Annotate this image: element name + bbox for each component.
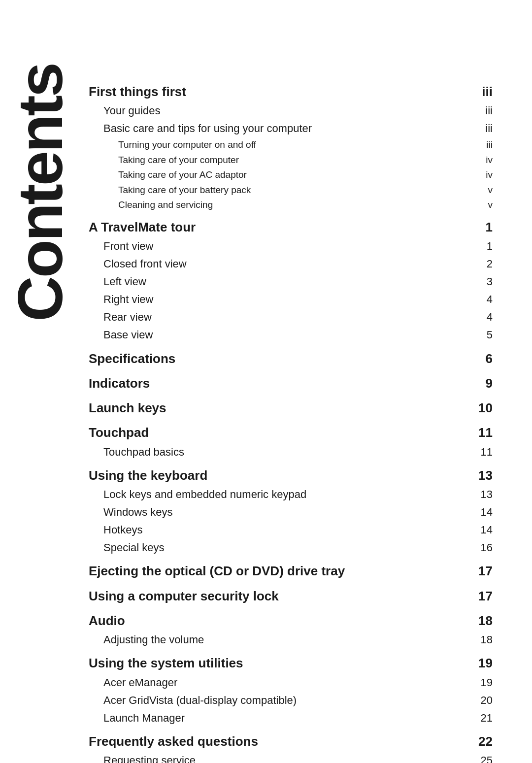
- toc-page-faq: 22: [473, 731, 493, 751]
- toc-title-base-view: Base view: [89, 327, 473, 343]
- toc-entry-hotkeys[interactable]: Hotkeys14: [89, 521, 493, 538]
- toc-entry-adjusting-volume[interactable]: Adjusting the volume18: [89, 630, 493, 648]
- toc-page-audio: 18: [473, 611, 493, 630]
- toc-page-first-things-first: iii: [473, 82, 493, 101]
- toc-title-acer-gridvista: Acer GridVista (dual-display compatible): [89, 692, 473, 709]
- toc-page-basic-care: iii: [473, 120, 493, 137]
- toc-entry-closed-front-view[interactable]: Closed front view2: [89, 255, 493, 272]
- toc-entry-base-view[interactable]: Base view5: [89, 326, 493, 343]
- toc-title-cleaning-servicing: Cleaning and servicing: [89, 198, 473, 212]
- toc-title-turning-on-off: Turning your computer on and off: [89, 137, 473, 152]
- toc-title-hotkeys: Hotkeys: [89, 522, 473, 538]
- toc-entry-basic-care[interactable]: Basic care and tips for using your compu…: [89, 119, 493, 137]
- toc-page-travelmate-tour: 1: [473, 217, 493, 237]
- toc-title-your-guides: Your guides: [89, 102, 473, 119]
- toc-entry-indicators[interactable]: Indicators9: [89, 370, 493, 393]
- toc-title-audio: Audio: [89, 611, 473, 630]
- toc-page-security-lock: 17: [473, 586, 493, 606]
- toc-entry-faq[interactable]: Frequently asked questions22: [89, 729, 493, 751]
- toc-title-lock-keys: Lock keys and embedded numeric keypad: [89, 486, 473, 503]
- toc-entry-ejecting-optical[interactable]: Ejecting the optical (CD or DVD) drive t…: [89, 558, 493, 581]
- toc-page-taking-care-computer: iv: [473, 153, 493, 167]
- toc-page-specifications: 6: [473, 349, 493, 368]
- toc-title-ejecting-optical: Ejecting the optical (CD or DVD) drive t…: [89, 561, 473, 581]
- toc-title-front-view: Front view: [89, 238, 473, 255]
- toc-entry-touchpad-basics[interactable]: Touchpad basics11: [89, 443, 493, 461]
- toc-entry-launch-manager[interactable]: Launch Manager21: [89, 709, 493, 727]
- toc-title-special-keys: Special keys: [89, 539, 473, 556]
- toc-title-specifications: Specifications: [89, 349, 473, 368]
- toc-page-indicators: 9: [473, 373, 493, 393]
- toc-page-taking-care-battery: v: [473, 183, 493, 197]
- toc-title-system-utilities: Using the system utilities: [89, 653, 473, 673]
- toc-entry-using-keyboard[interactable]: Using the keyboard13: [89, 463, 493, 485]
- contents-sidebar-label: Contents: [9, 64, 72, 322]
- toc-title-right-view: Right view: [89, 291, 473, 308]
- toc-page-base-view: 5: [473, 327, 493, 343]
- toc-page-acer-emanager: 19: [473, 674, 493, 691]
- toc-title-taking-care-ac: Taking care of your AC adaptor: [89, 167, 473, 182]
- toc-entry-special-keys[interactable]: Special keys16: [89, 538, 493, 556]
- toc-title-first-things-first: First things first: [89, 82, 473, 101]
- toc-entry-cleaning-servicing[interactable]: Cleaning and servicingv: [89, 197, 493, 212]
- toc-entry-right-view[interactable]: Right view4: [89, 290, 493, 308]
- toc-title-touchpad-basics: Touchpad basics: [89, 444, 473, 461]
- toc-page-hotkeys: 14: [473, 522, 493, 538]
- toc-page-ejecting-optical: 17: [473, 561, 493, 581]
- toc-entry-turning-on-off[interactable]: Turning your computer on and offiii: [89, 137, 493, 152]
- toc-entry-left-view[interactable]: Left view3: [89, 272, 493, 290]
- toc-page-launch-manager: 21: [473, 710, 493, 727]
- toc-page-launch-keys: 10: [473, 398, 493, 418]
- toc-entry-taking-care-battery[interactable]: Taking care of your battery packv: [89, 182, 493, 197]
- toc-title-closed-front-view: Closed front view: [89, 256, 473, 272]
- toc-page-special-keys: 16: [473, 539, 493, 556]
- toc-entry-system-utilities[interactable]: Using the system utilities19: [89, 650, 493, 673]
- toc-title-travelmate-tour: A TravelMate tour: [89, 217, 473, 237]
- toc-page-adjusting-volume: 18: [473, 631, 493, 648]
- toc-title-launch-keys: Launch keys: [89, 398, 473, 418]
- toc-entry-requesting-service[interactable]: Requesting service25: [89, 751, 493, 763]
- toc-title-using-keyboard: Using the keyboard: [89, 465, 473, 485]
- toc-title-basic-care: Basic care and tips for using your compu…: [89, 120, 473, 137]
- toc-page-your-guides: iii: [473, 102, 493, 119]
- toc-page-taking-care-ac: iv: [473, 167, 493, 182]
- toc-page-right-view: 4: [473, 291, 493, 308]
- toc-title-taking-care-computer: Taking care of your computer: [89, 153, 473, 167]
- toc-title-adjusting-volume: Adjusting the volume: [89, 631, 473, 648]
- toc-entry-acer-gridvista[interactable]: Acer GridVista (dual-display compatible)…: [89, 691, 493, 709]
- toc-entry-touchpad[interactable]: Touchpad11: [89, 420, 493, 442]
- toc-title-taking-care-battery: Taking care of your battery pack: [89, 183, 473, 197]
- page-container: Contents First things firstiiiYour guide…: [0, 0, 532, 763]
- toc-page-closed-front-view: 2: [473, 256, 493, 272]
- toc-entry-your-guides[interactable]: Your guidesiii: [89, 101, 493, 119]
- toc-page-front-view: 1: [473, 238, 493, 255]
- toc-page-rear-view: 4: [473, 309, 493, 326]
- toc-entry-windows-keys[interactable]: Windows keys14: [89, 503, 493, 521]
- toc-title-acer-emanager: Acer eManager: [89, 674, 473, 691]
- toc-entry-travelmate-tour[interactable]: A TravelMate tour1: [89, 214, 493, 237]
- toc-entry-front-view[interactable]: Front view1: [89, 237, 493, 255]
- toc-page-touchpad: 11: [473, 423, 493, 442]
- toc-entry-lock-keys[interactable]: Lock keys and embedded numeric keypad13: [89, 485, 493, 503]
- toc-entry-acer-emanager[interactable]: Acer eManager19: [89, 673, 493, 691]
- toc-entry-security-lock[interactable]: Using a computer security lock17: [89, 583, 493, 606]
- toc-entry-specifications[interactable]: Specifications6: [89, 346, 493, 368]
- toc-title-rear-view: Rear view: [89, 309, 473, 326]
- toc-entry-audio[interactable]: Audio18: [89, 608, 493, 630]
- toc-page-windows-keys: 14: [473, 504, 493, 521]
- toc-title-indicators: Indicators: [89, 373, 473, 393]
- toc-title-touchpad: Touchpad: [89, 423, 473, 442]
- toc-page-cleaning-servicing: v: [473, 198, 493, 212]
- toc-page-requesting-service: 25: [473, 752, 493, 763]
- toc-entry-taking-care-ac[interactable]: Taking care of your AC adaptoriv: [89, 167, 493, 182]
- toc-entry-first-things-first[interactable]: First things firstiii: [89, 79, 493, 101]
- toc-title-launch-manager: Launch Manager: [89, 710, 473, 727]
- toc-title-faq: Frequently asked questions: [89, 731, 473, 751]
- toc-entry-launch-keys[interactable]: Launch keys10: [89, 395, 493, 418]
- toc-container: First things firstiiiYour guidesiiiBasic…: [89, 39, 493, 763]
- toc-page-turning-on-off: iii: [473, 137, 493, 152]
- toc-page-left-view: 3: [473, 273, 493, 290]
- toc-entry-taking-care-computer[interactable]: Taking care of your computeriv: [89, 152, 493, 167]
- toc-entry-rear-view[interactable]: Rear view4: [89, 308, 493, 326]
- toc-page-using-keyboard: 13: [473, 465, 493, 485]
